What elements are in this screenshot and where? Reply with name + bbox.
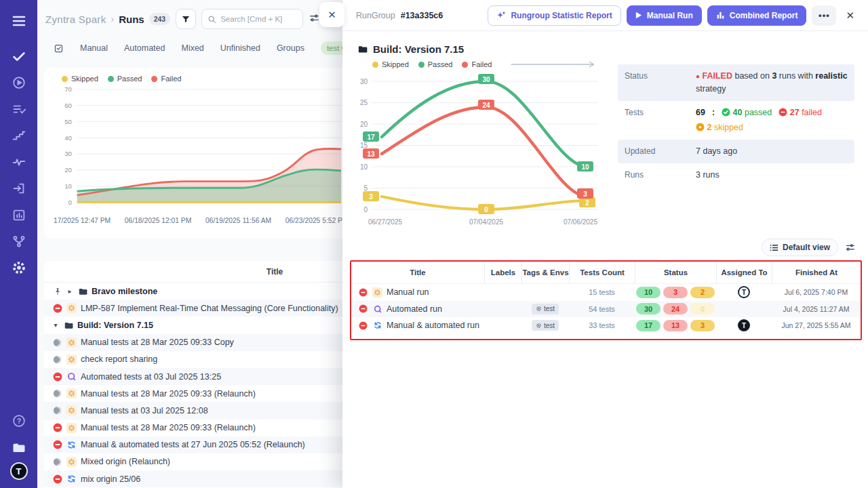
rungroup-statistic-report-button[interactable]: Rungroup Statistic Report: [488, 5, 620, 26]
svg-text:20: 20: [64, 166, 72, 174]
legend-skipped[interactable]: Skipped: [62, 75, 98, 83]
list-item-milestone[interactable]: ▸ Bravo milestone: [44, 283, 342, 300]
close-icon[interactable]: ✕: [842, 9, 859, 22]
table-row[interactable]: Manual & automated run test 33 tests 17 …: [351, 317, 861, 334]
help-icon[interactable]: ?: [7, 409, 31, 432]
table-row[interactable]: Automated run test 54 tests 30 24 0 Jul …: [351, 301, 861, 318]
legend-failed[interactable]: Failed: [151, 75, 181, 83]
pulse-icon[interactable]: [7, 150, 31, 174]
run-title: Bravo milestone: [92, 287, 157, 296]
chart-legend: Skipped Passed Failed: [54, 75, 342, 83]
import-icon[interactable]: [7, 177, 31, 200]
list-item-run[interactable]: Manual tests at 03 Jul 2025 12:08: [44, 402, 342, 419]
more-actions-button[interactable]: •••: [812, 5, 836, 26]
play-circle-icon[interactable]: [7, 71, 31, 94]
tab-groups[interactable]: Groups: [277, 43, 304, 53]
list-item-run[interactable]: Manual tests at 28 Mar 2025 09:33 (Relau…: [44, 420, 342, 436]
env-tag[interactable]: test: [532, 320, 559, 331]
status-dot-icon: ●: [696, 73, 700, 80]
list-item-run[interactable]: check report sharing: [44, 351, 342, 368]
status-pills: 17 13 3: [636, 320, 715, 331]
svg-text:07/04/2025: 07/04/2025: [469, 218, 503, 226]
folder-icon: [357, 44, 368, 54]
view-settings-sliders-icon[interactable]: [309, 12, 320, 26]
search-box[interactable]: [201, 9, 303, 29]
test-list-icon[interactable]: [7, 98, 31, 121]
col-finished-at[interactable]: Finished At: [772, 262, 861, 283]
view-list-icon: [770, 243, 778, 252]
manual-icon: [66, 457, 77, 467]
search-input[interactable]: [220, 15, 295, 23]
failed-icon: [358, 321, 368, 331]
user-avatar[interactable]: T: [10, 462, 28, 480]
list-item-run[interactable]: Manual & automated tests at 27 Jun 2025 …: [44, 436, 342, 453]
bulk-select-icon[interactable]: [54, 43, 64, 54]
list-title-header[interactable]: Title: [44, 261, 342, 283]
info-label: Status: [625, 70, 696, 96]
check-icon[interactable]: [7, 45, 31, 68]
tab-manual[interactable]: Manual: [80, 43, 108, 53]
tab-automated[interactable]: Automated: [124, 43, 165, 53]
col-labels[interactable]: Labels: [484, 262, 521, 283]
svg-text:06/27/2025: 06/27/2025: [368, 218, 402, 226]
run-title: Build: Version 7.15: [77, 321, 153, 330]
steps-icon[interactable]: [7, 124, 31, 147]
svg-text:0: 0: [68, 199, 72, 206]
assignee-avatar[interactable]: T: [738, 319, 750, 331]
list-item-run[interactable]: Manual tests at 28 Mar 2025 09:33 Copy: [44, 334, 342, 351]
button-label: Rungroup Statistic Report: [511, 11, 612, 20]
default-view-button[interactable]: Default view: [762, 239, 838, 256]
col-assigned-to[interactable]: Assigned To: [716, 262, 772, 283]
list-item-run[interactable]: mix origin 25/06: [44, 470, 342, 487]
list-item-run[interactable]: LMP-587 Implement Real-Time Chat Messagi…: [44, 300, 342, 317]
button-label: Combined Report: [730, 11, 798, 20]
table-row[interactable]: Manual run 15 tests 10 3 2 T Jul 6, 2025…: [351, 284, 861, 301]
pin-icon[interactable]: [52, 286, 62, 296]
table-toolbar: Default view: [342, 232, 868, 260]
updated-value: 7 days ago: [696, 145, 737, 158]
search-icon: [208, 15, 216, 24]
runs-table-annotated: Title Labels Tags & Envs Tests Count Sta…: [350, 260, 862, 340]
svg-text:24: 24: [482, 102, 490, 109]
branch-icon[interactable]: [7, 230, 31, 253]
manual-run-button[interactable]: Manual Run: [627, 5, 702, 26]
tab-mixed[interactable]: Mixed: [181, 43, 203, 53]
svg-text:5: 5: [363, 184, 368, 192]
active-filter-pill[interactable]: test work: [321, 41, 342, 55]
menu-icon[interactable]: [7, 9, 31, 33]
list-item-run[interactable]: Mixed origin (Relaunch): [44, 453, 342, 470]
svg-text:10: 10: [64, 182, 72, 190]
legend-passed[interactable]: Passed: [108, 75, 142, 83]
chevron-right-icon[interactable]: ▸: [66, 287, 73, 295]
list-item-folder[interactable]: ▾ Build: Version 7.15: [44, 317, 342, 333]
col-title[interactable]: Title: [351, 262, 484, 283]
columns-settings-sliders-icon[interactable]: [845, 242, 856, 253]
runs-list: Title ▸ Bravo milestone LMP-587 Implemen…: [44, 261, 342, 488]
report-icon[interactable]: [7, 203, 31, 226]
col-status[interactable]: Status: [635, 262, 716, 283]
tab-unfinished[interactable]: Unfinished: [220, 43, 260, 53]
col-tags-envs[interactable]: Tags & Envs: [521, 262, 569, 283]
breadcrumb-project[interactable]: Zyntra Spark: [45, 14, 106, 25]
svg-text:30: 30: [360, 78, 368, 85]
line-chart-canvas: 30 25 20 15 10 5 0 3 0 2 13 24 3: [353, 68, 603, 230]
legend-passed[interactable]: Passed: [418, 60, 453, 68]
failed-line: [382, 107, 587, 197]
legend-skipped-label: Skipped: [382, 60, 409, 68]
tests-summary: 69 : 40 passed 27 failed 2 skipped: [696, 106, 848, 135]
filter-funnel-button[interactable]: [176, 9, 196, 29]
list-item-run[interactable]: Manual tests at 28 Mar 2025 09:33 (Relau…: [44, 385, 342, 402]
projects-folder-icon[interactable]: [7, 436, 31, 459]
legend-failed[interactable]: Failed: [462, 60, 492, 68]
col-tests-count[interactable]: Tests Count: [569, 262, 635, 283]
drawer-collapse-close-button[interactable]: ✕: [319, 2, 344, 27]
settings-gear-icon[interactable]: [7, 256, 31, 279]
list-item-run[interactable]: Automated tests at 03 Jul 2025 13:25: [44, 368, 342, 385]
status-value: ● FAILED based on 3 runs with realistic …: [696, 70, 848, 96]
chevron-down-icon[interactable]: ▾: [52, 321, 59, 329]
combined-report-button[interactable]: Combined Report: [707, 5, 807, 26]
skipped-pill: 0: [690, 303, 715, 314]
assignee-avatar[interactable]: T: [738, 286, 750, 298]
legend-skipped[interactable]: Skipped: [372, 60, 409, 68]
env-tag[interactable]: test: [532, 304, 559, 314]
